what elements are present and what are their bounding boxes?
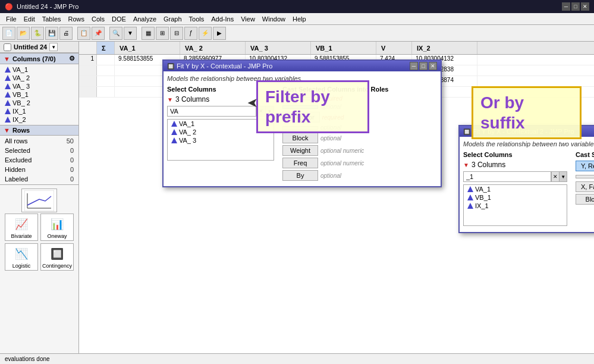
column-name: VB_ 2 — [12, 99, 30, 106]
rows-allrows-label: All rows — [1, 137, 54, 145]
maximize-button[interactable]: □ — [571, 2, 580, 11]
dialog-1-weight-hint: optional numeric — [320, 148, 364, 154]
column-item-vb2[interactable]: VB_ 2 — [0, 99, 78, 107]
menu-analyze[interactable]: Analyze — [130, 13, 160, 24]
menu-rows[interactable]: Rows — [65, 13, 89, 24]
dialog-2-search-dd[interactable]: ▼ — [560, 171, 567, 182]
column-item-va2[interactable]: VA_ 2 — [0, 74, 78, 82]
menu-tables[interactable]: Tables — [39, 13, 65, 24]
col-header-sigma[interactable]: Σ — [97, 42, 115, 54]
dialog-2-y2-btn[interactable] — [576, 175, 594, 178]
col-type-icon — [467, 186, 473, 192]
title-bar-title: Untitled 24 - JMP Pro — [17, 3, 78, 10]
columns-settings-icon[interactable]: ⚙ — [69, 55, 75, 62]
col-type-icon — [5, 75, 11, 81]
dialog-1-role-weight: Weight optional numeric — [282, 145, 437, 156]
bivariate-button[interactable]: 📈 Bivariate — [5, 214, 38, 241]
columns-section-header[interactable]: ▼ Columns (7/0) ⚙ — [0, 53, 78, 64]
dialog-1-search-input[interactable] — [167, 106, 256, 117]
col-type-icon — [171, 137, 177, 143]
col-btn[interactable]: ⊞ — [156, 27, 169, 40]
dialog-2-col-va1[interactable]: VA_1 — [464, 185, 567, 193]
column-item-ix2[interactable]: IX_2 — [0, 115, 78, 124]
dialog-1-block-hint: optional — [320, 135, 341, 142]
dialog-2-x-factor-btn[interactable]: X, Factor — [576, 181, 594, 192]
dialog-2-block-btn[interactable]: Block — [576, 194, 594, 205]
dialog-window-2: 🔲 Fit Y by X - Contextual 2 - JMP Pro ─ … — [458, 125, 594, 233]
col-header-va3[interactable]: VA_ 3 — [246, 42, 311, 54]
rows-allrows-value: 50 — [55, 137, 77, 145]
dialog-1-weight-btn[interactable]: Weight — [282, 145, 318, 156]
dialog-2-col-vb1[interactable]: VB_1 — [464, 193, 567, 202]
dialog-1-maximize[interactable]: □ — [419, 62, 428, 70]
close-button[interactable]: ✕ — [581, 2, 589, 11]
column-item-vb1[interactable]: VB_1 — [0, 90, 78, 99]
dialog-1-col-va3[interactable]: VA_ 3 — [168, 136, 274, 145]
paste-button[interactable]: 📌 — [92, 27, 105, 40]
run-btn[interactable]: ▶ — [213, 27, 226, 40]
left-panel: Untitled 24 ▼ ▼ Columns (7/0) ⚙ VA_1 VA_… — [0, 42, 79, 364]
new-button[interactable]: 📄 — [2, 27, 15, 40]
logistic-icon: 📉 — [10, 245, 33, 263]
menu-edit[interactable]: Edit — [20, 13, 39, 24]
dialog-2-col-ix1[interactable]: IX_1 — [464, 202, 567, 210]
menu-cols[interactable]: Cols — [88, 13, 108, 24]
dialog-2-col-count: 3 Columns — [472, 161, 505, 169]
rows-section-header[interactable]: ▼ Rows — [0, 125, 78, 136]
status-bar: evaluations done — [0, 353, 594, 364]
dialog-2-y-response-btn[interactable]: Y, Response — [576, 161, 594, 171]
col-header-vb1[interactable]: VB_1 — [311, 42, 376, 54]
minimize-button[interactable]: ─ — [562, 2, 570, 11]
menu-view[interactable]: View — [237, 13, 259, 24]
dialog-2-search-input[interactable] — [463, 171, 551, 182]
column-name: IX_2 — [12, 116, 26, 123]
row-num-2 — [79, 65, 97, 76]
open-button[interactable]: 📂 — [17, 27, 30, 40]
calc-btn[interactable]: ⚡ — [199, 27, 212, 40]
oneway-button[interactable]: 📊 Oneway — [40, 214, 74, 241]
dialog-2-role-y2: op — [576, 173, 594, 180]
row-btn[interactable]: ⊟ — [170, 27, 183, 40]
table-btn[interactable]: ▦ — [142, 27, 155, 40]
dialog-1-minimize[interactable]: ─ — [410, 62, 418, 70]
python-button[interactable]: 🐍 — [31, 27, 44, 40]
dialog-2-col-list[interactable]: VA_1 VB_1 IX_1 — [463, 184, 567, 226]
dialog-1-close[interactable]: ✕ — [429, 62, 437, 70]
search-button[interactable]: 🔍 — [109, 27, 122, 40]
column-list: VA_1 VA_ 2 VA_ 3 VB_1 VB_ 2 IX_1 — [0, 64, 78, 125]
col-type-icon — [5, 67, 11, 73]
logistic-button[interactable]: 📉 Logistic — [5, 243, 38, 271]
contingency-button[interactable]: 🔲 Contingency — [40, 243, 74, 271]
print-button[interactable]: 🖨 — [59, 27, 73, 40]
col-type-icon — [5, 117, 11, 123]
title-bar-controls: ─ □ ✕ — [562, 2, 589, 11]
search-options[interactable]: ▼ — [124, 27, 137, 40]
col-header-va2[interactable]: VA_ 2 — [180, 42, 246, 54]
dialog-1-block-btn[interactable]: Block — [282, 133, 318, 143]
formula-btn[interactable]: ƒ — [184, 27, 197, 40]
menu-tools[interactable]: Tools — [186, 13, 208, 24]
save-button[interactable]: 💾 — [45, 27, 58, 40]
col-header-va1[interactable]: VA_1 — [115, 42, 180, 54]
col-header-v[interactable]: V — [376, 42, 412, 54]
menu-help[interactable]: Help — [289, 13, 310, 24]
col-header-ix2[interactable]: IX_2 — [412, 42, 477, 54]
menu-file[interactable]: File — [2, 13, 20, 24]
dialog-2-search-clear[interactable]: ✕ — [551, 171, 560, 182]
menu-bar: File Edit Tables Rows Cols DOE Analyze G… — [0, 13, 594, 25]
dialog-1-freq-btn[interactable]: Freq — [282, 158, 318, 168]
dialog-1-role-freq: Freq optional numeric — [282, 158, 437, 168]
copy-button[interactable]: 📋 — [77, 27, 90, 40]
toolbar: 📄 📂 🐍 💾 🖨 📋 📌 🔍 ▼ ▦ ⊞ ⊟ ƒ ⚡ ▶ — [0, 25, 594, 42]
menu-window[interactable]: Window — [259, 13, 289, 24]
table-dropdown[interactable]: ▼ — [49, 43, 58, 51]
column-item-ix1[interactable]: IX_1 — [0, 107, 78, 115]
arrow-to-prefix: ➤ — [247, 95, 258, 111]
dialog-1-by-btn[interactable]: By — [282, 170, 318, 181]
menu-graph[interactable]: Graph — [160, 13, 186, 24]
column-item-va3[interactable]: VA_ 3 — [0, 82, 78, 90]
table-checkbox[interactable] — [4, 43, 11, 51]
column-item-va1[interactable]: VA_1 — [0, 65, 78, 74]
menu-doe[interactable]: DOE — [108, 13, 130, 24]
menu-addins[interactable]: Add-Ins — [208, 13, 237, 24]
